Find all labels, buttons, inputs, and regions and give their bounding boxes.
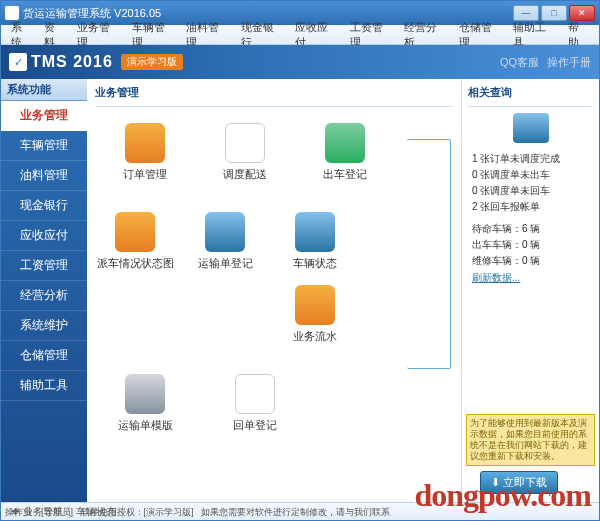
dispatch-icon-glyph — [225, 123, 265, 163]
main-header: 业务管理 — [95, 83, 453, 107]
order-mgmt-icon-glyph — [125, 123, 165, 163]
app-window: 货运运输管理系统 V2016.05 — □ ✕ 系统资料业务管理车辆管理油料管理… — [0, 0, 600, 521]
sidebar-item-2[interactable]: 油料管理 — [1, 161, 87, 191]
receipt-reg-icon[interactable]: 回单登记 — [225, 374, 285, 433]
query-row[interactable]: 2 张回车报帐单 — [468, 199, 593, 215]
sidebar: 系统功能 业务管理车辆管理油料管理现金银行应收应付工资管理经营分析系统维护仓储管… — [1, 79, 87, 502]
vehicle-status-icon[interactable]: 车辆状态 — [285, 212, 345, 271]
transport-reg-icon-glyph — [205, 212, 245, 252]
transport-template-icon-glyph — [125, 374, 165, 414]
app-icon — [5, 6, 19, 20]
receipt-reg-icon-glyph — [235, 374, 275, 414]
window-title: 货运运输管理系统 V2016.05 — [23, 6, 161, 21]
transport-template-icon[interactable]: 运输单模版 — [115, 374, 175, 433]
dispatch-status-chart-icon[interactable]: 派车情况状态图 — [105, 212, 165, 344]
sidebar-item-8[interactable]: 仓储管理 — [1, 341, 87, 371]
update-notice: 为了能够使用到最新版本及演示数据，如果您目前使用的系统不是在我们网站下载的，建议… — [466, 414, 595, 466]
status-warning: 如果您需要对软件进行定制修改，请与我们联系 — [201, 507, 390, 517]
vehicle-status-icon-glyph — [295, 212, 335, 252]
departure-reg-icon[interactable]: 出车登记 — [315, 123, 375, 182]
app-logo: TMS 2016 — [31, 53, 113, 71]
manual-link[interactable]: 操作手册 — [547, 55, 591, 70]
main-panel: 业务管理 订单管理调度配送出车登记 派车情况状态图运输单登记车辆状态业务流水 运… — [87, 79, 599, 502]
query-row[interactable]: 0 张调度单未回车 — [468, 183, 593, 199]
logo-icon: ✓ — [9, 53, 27, 71]
stat-row: 出车车辆：0 辆 — [468, 237, 593, 253]
biz-flow-icon[interactable]: 业务流水 — [285, 285, 345, 344]
sidebar-item-0[interactable]: 业务管理 — [1, 101, 87, 131]
banner: ✓ TMS 2016 演示学习版 QQ客服 操作手册 — [1, 45, 599, 79]
sidebar-item-4[interactable]: 应收应付 — [1, 221, 87, 251]
sidebar-header: 系统功能 — [1, 79, 87, 101]
sidebar-item-9[interactable]: 辅助工具 — [1, 371, 87, 401]
query-header: 相关查询 — [468, 83, 593, 107]
status-info: 操作员：[管理员] 软件使用授权：[演示学习版] 如果您需要对软件进行定制修改，… — [5, 506, 390, 519]
stat-row: 维修车辆：0 辆 — [468, 253, 593, 269]
edition-badge: 演示学习版 — [121, 54, 183, 70]
sidebar-item-3[interactable]: 现金银行 — [1, 191, 87, 221]
calendar-search-icon — [513, 113, 549, 143]
dispatch-status-chart-icon-glyph — [115, 212, 155, 252]
order-mgmt-icon[interactable]: 订单管理 — [115, 123, 175, 182]
departure-reg-icon-glyph — [325, 123, 365, 163]
sidebar-item-5[interactable]: 工资管理 — [1, 251, 87, 281]
dispatch-icon[interactable]: 调度配送 — [215, 123, 275, 182]
menubar: 系统资料业务管理车辆管理油料管理现金银行应收应付工资管理经营分析仓储管理辅助工具… — [1, 25, 599, 45]
qq-support-link[interactable]: QQ客服 — [500, 55, 539, 70]
sidebar-item-6[interactable]: 经营分析 — [1, 281, 87, 311]
stat-row: 待命车辆：6 辆 — [468, 221, 593, 237]
workflow-area: 业务管理 订单管理调度配送出车登记 派车情况状态图运输单登记车辆状态业务流水 运… — [87, 79, 461, 502]
body: 系统功能 业务管理车辆管理油料管理现金银行应收应付工资管理经营分析系统维护仓储管… — [1, 79, 599, 502]
sidebar-item-7[interactable]: 系统维护 — [1, 311, 87, 341]
query-panel: 相关查询 1 张订单未调度完成0 张调度单未出车0 张调度单未回车2 张回车报帐… — [461, 79, 599, 502]
biz-flow-icon-glyph — [295, 285, 335, 325]
query-row[interactable]: 0 张调度单未出车 — [468, 167, 593, 183]
transport-reg-icon[interactable]: 运输单登记 — [195, 212, 255, 344]
download-button[interactable]: ⬇ 立即下载 — [480, 471, 558, 494]
flow-connector — [407, 139, 451, 369]
refresh-link[interactable]: 刷新数据... — [468, 271, 593, 285]
query-row[interactable]: 1 张订单未调度完成 — [468, 151, 593, 167]
sidebar-item-1[interactable]: 车辆管理 — [1, 131, 87, 161]
